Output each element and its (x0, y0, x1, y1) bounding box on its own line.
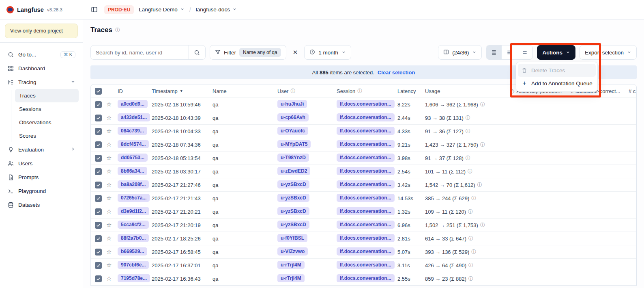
sidebar-item-dashboard[interactable]: Dashboard (4, 61, 79, 75)
table-row[interactable]: ☆ 084c739... 2025-02-18 10:04:33 qa u-OY… (91, 125, 636, 138)
bookmark-star-icon[interactable]: ☆ (106, 114, 112, 121)
user-id-badge[interactable]: u-yzSBxcD (277, 194, 309, 202)
trace-id-badge[interactable]: 084c739... (118, 127, 147, 135)
org-switcher[interactable]: Langfuse Demo (139, 6, 184, 13)
table-row[interactable]: ☆ 88f2a7b0... 2025-02-17 18:25:26 qa u-f… (91, 232, 636, 245)
session-id-badge[interactable]: lf.docs.conversation... (337, 234, 395, 242)
row-checkbox[interactable] (95, 275, 102, 282)
trace-id-badge[interactable]: 907cbf6e... (118, 261, 149, 269)
bookmark-star-icon[interactable]: ☆ (106, 262, 112, 269)
sidebar-item-prompts[interactable]: Prompts (4, 170, 79, 184)
actions-button[interactable]: Actions (537, 45, 575, 60)
trace-id-badge[interactable]: 7195d78e... (118, 274, 150, 282)
user-id-badge[interactable]: u-huJhuJi (277, 100, 307, 108)
table-row[interactable]: ☆ ba8a208f... 2025-02-17 21:27:46 qa u-y… (91, 178, 636, 192)
trace-id-badge[interactable]: 8b66a34... (118, 167, 147, 175)
trace-id-badge[interactable]: dd05753... (118, 154, 148, 162)
sidebar-item-users[interactable]: Users (4, 156, 79, 170)
menu-item-delete-traces[interactable]: Delete Traces (518, 64, 596, 77)
session-id-badge[interactable]: lf.docs.conversation... (337, 194, 395, 202)
session-id-badge[interactable]: lf.docs.conversation... (337, 247, 395, 256)
row-checkbox[interactable] (95, 182, 102, 188)
session-id-badge[interactable]: lf.docs.conversation... (337, 261, 395, 269)
user-id-badge[interactable]: u-yzSBxcD (277, 180, 309, 188)
filter-button[interactable]: Filter Name any of qa (210, 45, 286, 60)
demo-project-link[interactable]: demo project (33, 28, 62, 34)
col-header-timestamp[interactable]: Timestamp▼ (152, 88, 213, 94)
table-row[interactable]: ☆ 7195d78e... 2025-02-17 16:36:43 qa u-r… (91, 272, 636, 286)
row-checkbox[interactable] (95, 262, 102, 269)
bookmark-star-icon[interactable]: ☆ (106, 275, 112, 282)
session-id-badge[interactable]: lf.docs.conversation... (337, 127, 395, 135)
user-id-badge[interactable]: u-yzSBxcD (277, 207, 309, 215)
export-selection-button[interactable]: Export selection (580, 45, 637, 60)
user-id-badge[interactable]: u-T98YnzD (277, 154, 309, 162)
sidebar-item-tracing[interactable]: Tracing (4, 75, 79, 89)
project-switcher[interactable]: langfuse-docs (196, 6, 237, 13)
row-height-medium-icon[interactable] (502, 45, 517, 59)
row-height-compact-icon[interactable] (486, 45, 502, 59)
table-row[interactable]: ☆ a0cd0d9... 2025-02-18 10:59:46 qa u-hu… (91, 98, 636, 111)
sidebar-item-sessions[interactable]: Sessions (15, 102, 79, 116)
row-checkbox[interactable] (95, 115, 102, 121)
table-row[interactable]: ☆ dd05753... 2025-02-18 05:13:54 qa u-T9… (91, 152, 636, 165)
bookmark-star-icon[interactable]: ☆ (106, 221, 112, 228)
time-range-button[interactable]: 1 month (304, 45, 351, 60)
table-row[interactable]: ☆ 8b66a34... 2025-02-18 03:30:17 qa u-zE… (91, 165, 636, 178)
clear-selection-link[interactable]: Clear selection (378, 69, 415, 76)
bookmark-star-icon[interactable]: ☆ (106, 168, 112, 175)
user-id-badge[interactable]: u-yzSBxcD (277, 221, 309, 229)
row-checkbox[interactable] (95, 155, 102, 162)
bookmark-star-icon[interactable]: ☆ (106, 128, 112, 134)
table-row[interactable]: ☆ a433de51... 2025-02-18 10:43:39 qa u-c… (91, 111, 636, 125)
row-checkbox[interactable] (95, 101, 102, 108)
sidebar-item-playground[interactable]: Playground (4, 184, 79, 198)
user-id-badge[interactable]: u-f0YfBSL (277, 234, 307, 242)
sidebar-item-traces[interactable]: Traces (15, 89, 79, 102)
bookmark-star-icon[interactable]: ☆ (106, 195, 112, 201)
col-header-session[interactable]: Sessionⓘ (337, 88, 397, 95)
user-id-badge[interactable]: u-zEwdED2 (277, 167, 310, 175)
user-id-badge[interactable]: u-rTrjl4M (277, 274, 305, 282)
search-input[interactable] (91, 45, 185, 59)
col-header-id[interactable]: ID (118, 88, 152, 94)
trace-id-badge[interactable]: 5cca9cf2... (118, 221, 149, 229)
row-checkbox[interactable] (95, 222, 102, 229)
menu-item-add-to-annotation-queue[interactable]: + Add to Annotation Queue (518, 77, 596, 90)
row-checkbox[interactable] (95, 195, 102, 202)
session-id-badge[interactable]: lf.docs.conversation... (337, 180, 395, 188)
table-row[interactable]: ☆ 07265c7a... 2025-02-17 21:21:43 qa u-y… (91, 192, 636, 205)
trace-id-badge[interactable]: a433de51... (118, 113, 150, 121)
session-id-badge[interactable]: lf.docs.conversation... (337, 100, 395, 108)
sidebar-item-evaluation[interactable]: Evaluation (4, 143, 79, 156)
col-header-extra[interactable]: # c... (629, 88, 637, 94)
user-id-badge[interactable]: u-rTrjl4M (277, 261, 305, 269)
trace-id-badge[interactable]: 88f2a7b0... (118, 234, 149, 242)
session-id-badge[interactable]: lf.docs.conversation... (337, 274, 395, 282)
goto-search[interactable]: Go to... ⌘ K (4, 48, 79, 61)
bookmark-star-icon[interactable]: ☆ (106, 235, 112, 242)
session-id-badge[interactable]: lf.docs.conversation... (337, 140, 395, 148)
trace-id-badge[interactable]: d3e9d1f2... (118, 207, 149, 215)
session-id-badge[interactable]: lf.docs.conversation... (337, 207, 395, 215)
col-header-user[interactable]: Userⓘ (277, 88, 337, 95)
col-header-usage[interactable]: Usage (425, 88, 510, 94)
table-row[interactable]: ☆ b669529... 2025-02-17 16:58:45 qa u-VI… (91, 245, 636, 259)
session-id-badge[interactable]: lf.docs.conversation... (337, 221, 395, 229)
columns-button[interactable]: (24/36) (438, 45, 482, 60)
clear-filter-icon[interactable]: ✕ (290, 46, 301, 58)
session-id-badge[interactable]: lf.docs.conversation... (337, 113, 395, 121)
row-checkbox[interactable] (95, 235, 102, 242)
user-id-badge[interactable]: u-MYpDAT5 (277, 140, 311, 148)
user-id-badge[interactable]: u-VIZzvwo (277, 247, 308, 256)
col-header-latency[interactable]: Latency (397, 88, 425, 94)
trace-id-badge[interactable]: 8dcf4574... (118, 140, 149, 148)
table-row[interactable]: ☆ 5cca9cf2... 2025-02-17 21:20:19 qa u-y… (91, 219, 636, 232)
row-checkbox[interactable] (95, 249, 102, 256)
bookmark-star-icon[interactable]: ☆ (106, 181, 112, 188)
select-all-checkbox[interactable] (95, 88, 102, 95)
user-id-badge[interactable]: u-cp66Avh (277, 113, 309, 121)
table-row[interactable]: ☆ d3e9d1f2... 2025-02-17 21:20:21 qa u-y… (91, 205, 636, 219)
trace-id-badge[interactable]: a0cd0d9... (118, 100, 148, 108)
sidebar-item-observations[interactable]: Observations (15, 116, 79, 129)
